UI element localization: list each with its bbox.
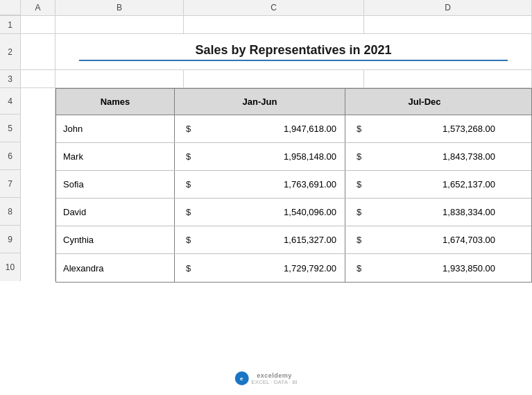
value-mark-janjun: 1,958,148.00 <box>195 151 345 162</box>
watermark-name: exceldemy <box>251 372 298 379</box>
col-header-b: B <box>55 0 184 15</box>
amount-david-janjun: $ 1,540,096.00 <box>175 199 345 226</box>
spreadsheet: A B C D 1 2 3 4 5 6 7 8 9 10 <box>0 0 532 395</box>
table-row-cynthia: Cynthia $ 1,615,327.00 $ 1,674,703.00 <box>56 226 531 254</box>
watermark-logo: e exceldemy EXCEL · DATA · BI <box>234 371 298 385</box>
spreadsheet-body: 1 2 3 4 5 6 7 8 9 10 Sales by <box>0 16 532 395</box>
cell-a2 <box>21 34 55 69</box>
dollar-icon-7: $ <box>175 207 195 217</box>
dollar-icon-5: $ <box>175 179 195 190</box>
dollar-icon-6: $ <box>345 179 366 190</box>
row-10-header: 10 <box>0 253 21 281</box>
title-cell: Sales by Representatives in 2021 <box>55 34 532 69</box>
amount-mark-juldec: $ 1,843,738.00 <box>345 143 504 170</box>
cell-a1 <box>21 16 55 33</box>
dollar-icon-8: $ <box>345 207 366 217</box>
dollar-icon-11: $ <box>175 263 195 274</box>
col-header-a: A <box>21 0 55 15</box>
row-8-header: 8 <box>0 198 21 226</box>
value-alexandra-juldec: 1,933,850.00 <box>366 263 504 274</box>
dollar-icon-1: $ <box>175 124 195 134</box>
cell-d3 <box>364 70 532 87</box>
amount-cynthia-janjun: $ 1,615,327.00 <box>175 226 345 253</box>
value-david-janjun: 1,540,096.00 <box>195 207 345 217</box>
grid-row-3 <box>21 70 532 88</box>
name-mark: Mark <box>56 143 175 170</box>
amount-john-juldec: $ 1,573,268.00 <box>345 115 504 142</box>
row-6-header: 6 <box>0 142 21 170</box>
amount-alexandra-janjun: $ 1,729,792.00 <box>175 254 345 282</box>
name-david: David <box>56 199 175 226</box>
table-row-alexandra: Alexandra $ 1,729,792.00 $ 1,933,850.00 <box>56 254 531 282</box>
amount-alexandra-juldec: $ 1,933,850.00 <box>345 254 504 282</box>
table-row-david: David $ 1,540,096.00 $ 1,838,334.00 <box>56 199 531 226</box>
value-david-juldec: 1,838,334.00 <box>366 207 504 217</box>
row-2-header: 2 <box>0 34 21 70</box>
cell-c3 <box>184 70 364 87</box>
dollar-icon-2: $ <box>345 124 366 134</box>
table-row-sofia: Sofia $ 1,763,691.00 $ 1,652,137.00 <box>56 171 531 199</box>
amount-mark-janjun: $ 1,958,148.00 <box>175 143 345 170</box>
amount-john-janjun: $ 1,947,618.00 <box>175 115 345 142</box>
cell-b3 <box>55 70 184 87</box>
col-header-names: Names <box>56 89 175 115</box>
value-cynthia-juldec: 1,674,703.00 <box>366 235 504 245</box>
dollar-icon-10: $ <box>345 235 366 245</box>
data-table-container: Names Jan-Jun Jul-Dec John $ 1,947,618.0… <box>55 88 532 283</box>
cell-c1 <box>184 16 364 33</box>
exceldemy-logo-icon: e <box>234 371 248 385</box>
spreadsheet-title: Sales by Representatives in 2021 <box>195 43 391 58</box>
watermark: e exceldemy EXCEL · DATA · BI <box>234 371 298 385</box>
watermark-tagline: EXCEL · DATA · BI <box>251 379 298 385</box>
amount-cynthia-juldec: $ 1,674,703.00 <box>345 226 504 253</box>
value-cynthia-janjun: 1,615,327.00 <box>195 235 345 245</box>
grid-row-1 <box>21 16 532 34</box>
row-5-header: 5 <box>0 115 21 142</box>
cell-a-table <box>21 88 55 281</box>
value-sofia-juldec: 1,652,137.00 <box>366 179 504 190</box>
name-sofia: Sofia <box>56 171 175 198</box>
row-headers: 1 2 3 4 5 6 7 8 9 10 <box>0 16 21 395</box>
value-alexandra-janjun: 1,729,792.00 <box>195 263 345 274</box>
table-row-mark: Mark $ 1,958,148.00 $ 1,843,738.00 <box>56 143 531 171</box>
cell-a3 <box>21 70 55 87</box>
grid-area: Sales by Representatives in 2021 <box>21 16 532 395</box>
value-sofia-janjun: 1,763,691.00 <box>195 179 345 190</box>
corner-cell <box>0 0 21 15</box>
value-john-janjun: 1,947,618.00 <box>195 124 345 134</box>
row-9-header: 9 <box>0 226 21 253</box>
col-header-janjun: Jan-Jun <box>175 89 345 115</box>
table-header-row: Names Jan-Jun Jul-Dec <box>56 89 531 115</box>
amount-david-juldec: $ 1,838,334.00 <box>345 199 504 226</box>
row-4-header: 4 <box>0 88 21 115</box>
grid-row-2: Sales by Representatives in 2021 <box>21 34 532 70</box>
title-underline <box>79 60 507 61</box>
col-header-c: C <box>184 0 364 15</box>
row-1-header: 1 <box>0 16 21 34</box>
table-row-john: John $ 1,947,618.00 $ 1,573,268.00 <box>56 115 531 143</box>
dollar-icon-3: $ <box>175 151 195 162</box>
row-7-header: 7 <box>0 170 21 198</box>
value-john-juldec: 1,573,268.00 <box>366 124 504 134</box>
name-john: John <box>56 115 175 142</box>
data-table: Names Jan-Jun Jul-Dec John $ 1,947,618.0… <box>55 88 532 283</box>
amount-sofia-janjun: $ 1,763,691.00 <box>175 171 345 198</box>
name-cynthia: Cynthia <box>56 226 175 253</box>
column-headers: A B C D <box>0 0 532 16</box>
dollar-icon-9: $ <box>175 235 195 245</box>
cell-b1 <box>55 16 184 33</box>
dollar-icon-4: $ <box>345 151 366 162</box>
cell-d1 <box>364 16 532 33</box>
row-3-header: 3 <box>0 70 21 88</box>
name-alexandra: Alexandra <box>56 254 175 282</box>
col-header-juldec: Jul-Dec <box>345 89 504 115</box>
table-wrapper-row: Names Jan-Jun Jul-Dec John $ 1,947,618.0… <box>21 88 532 283</box>
amount-sofia-juldec: $ 1,652,137.00 <box>345 171 504 198</box>
value-mark-juldec: 1,843,738.00 <box>366 151 504 162</box>
col-header-d: D <box>364 0 532 15</box>
dollar-icon-12: $ <box>345 263 366 274</box>
